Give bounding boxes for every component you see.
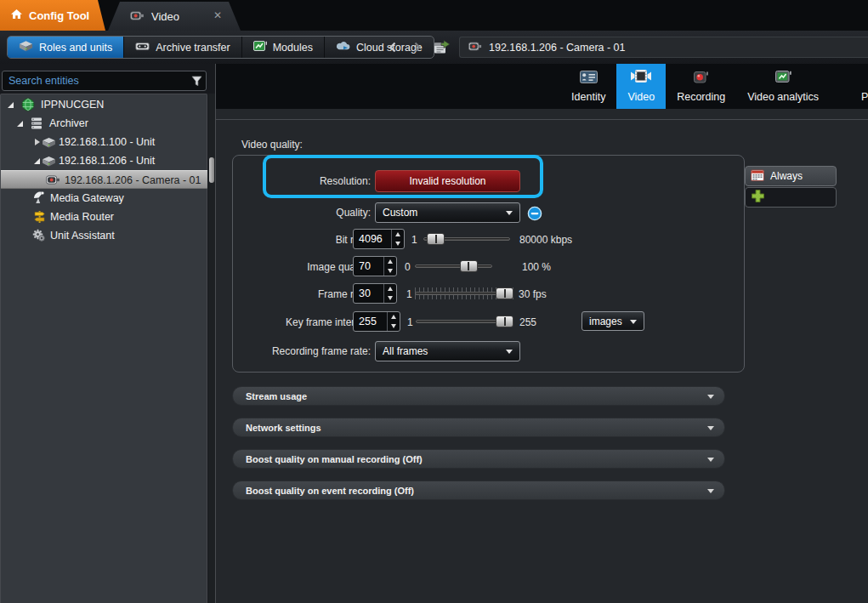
bit-rate-slider (423, 229, 510, 249)
quality-dropdown[interactable]: Custom (375, 202, 520, 223)
recording-frame-rate-dropdown[interactable]: All frames (375, 341, 520, 361)
camera-icon (130, 10, 145, 23)
chevron-down-icon (506, 350, 513, 354)
expand-open-icon[interactable] (8, 102, 14, 108)
schedule-always-item[interactable]: Always (745, 166, 837, 186)
spin-up-icon[interactable] (384, 257, 396, 266)
image-quality-max-label: 100 % (522, 261, 551, 273)
tree-item-unit-assistant[interactable]: Unit Assistant (2, 226, 207, 245)
roles-and-units-button[interactable]: Roles and units (8, 37, 124, 58)
frame-rate-input[interactable] (354, 284, 383, 303)
tree-scrollbar-thumb[interactable] (209, 157, 214, 183)
resolution-invalid-button[interactable]: Invalid resolution (375, 170, 520, 192)
image-quality-slider (415, 256, 492, 276)
calendar-icon (751, 169, 764, 184)
search-box (2, 71, 207, 91)
spin-up-icon[interactable] (392, 230, 404, 239)
move-unit-icon[interactable] (432, 39, 452, 54)
frame-rate-spinner (353, 283, 397, 304)
tree-item-media-router[interactable]: Media Router (2, 208, 207, 226)
chart-icon (253, 41, 267, 54)
camera-tab-strip: Identity Video Recording Video analytics (216, 64, 868, 109)
tab-partial-clipped[interactable]: P (861, 91, 868, 103)
bit-rate-max-label: 80000 kbps (519, 234, 572, 246)
spin-down-icon[interactable] (384, 293, 396, 303)
spin-up-icon[interactable] (388, 312, 400, 321)
archive-transfer-button[interactable]: Archive transfer (124, 37, 242, 58)
add-schedule-button[interactable] (745, 187, 837, 208)
tree-item-media-gateway[interactable]: Media Gateway (2, 189, 207, 208)
close-icon[interactable]: ✕ (213, 9, 222, 21)
forward-button[interactable] (409, 39, 426, 54)
modules-button[interactable]: Modules (242, 37, 325, 58)
schedule-always-label: Always (770, 170, 803, 182)
doc-tab-label: Video (151, 10, 179, 23)
section-boost-event-recording[interactable]: Boost quality on event recording (Off) (232, 481, 725, 500)
key-frame-spinner (353, 311, 400, 332)
title-bar: Config Tool Video ✕ (0, 0, 868, 31)
chevron-down-icon (630, 320, 637, 324)
tree-item-unit-206[interactable]: 192.168.1.206 - Unit (2, 151, 207, 170)
chevron-down-icon (707, 426, 714, 430)
tree-item-label: Media Router (50, 211, 114, 223)
spinner-arrows (383, 257, 396, 276)
app-tab-label: Config Tool (29, 9, 89, 22)
key-frame-unit-dropdown[interactable]: images (582, 311, 644, 331)
filter-funnel-icon[interactable] (187, 76, 206, 87)
breadcrumb[interactable]: 192.168.1.206 - Camera - 01 (459, 37, 868, 58)
entity-tree: IPPNUCGEN Archiver 192.168.1.100 - Unit (0, 94, 207, 603)
image-quality-label: Image quality: (216, 261, 371, 273)
spin-up-icon[interactable] (384, 284, 396, 293)
tab-video-analytics-label: Video analytics (747, 91, 819, 103)
cassette-icon (135, 42, 150, 54)
image-quality-input[interactable] (354, 257, 383, 276)
tab-separator-line (216, 119, 868, 120)
gears-icon (32, 229, 46, 245)
recording-frame-rate-label: Recording frame rate: (216, 345, 371, 357)
tab-video-analytics[interactable]: Video analytics (736, 64, 830, 109)
bit-rate-label: Bit rate: (216, 234, 371, 246)
slider-handle[interactable] (427, 233, 445, 245)
config-tool-home-tab[interactable]: Config Tool (0, 0, 105, 31)
frame-rate-min-label: 1 (406, 288, 412, 300)
database-stack-icon (31, 117, 43, 133)
key-frame-input[interactable] (354, 312, 387, 331)
archive-transfer-label: Archive transfer (156, 42, 230, 54)
expand-open-icon[interactable] (34, 158, 40, 164)
home-icon (10, 9, 23, 22)
unit-box-icon (19, 40, 33, 54)
back-button[interactable] (384, 39, 401, 54)
spin-down-icon[interactable] (388, 321, 400, 331)
main-panel: Identity Video Recording Video analytics (215, 64, 868, 603)
config-tool-window: Config Tool Video ✕ Roles and units Arch (0, 0, 868, 603)
section-stream-usage[interactable]: Stream usage (232, 386, 725, 406)
chevron-down-icon (707, 395, 714, 399)
expand-closed-icon[interactable] (35, 139, 40, 145)
slider-handle[interactable] (496, 316, 513, 327)
tab-video-selected[interactable]: Video (616, 64, 666, 109)
slider-handle[interactable] (496, 287, 513, 299)
section-boost-event-label: Boost quality on event recording (Off) (246, 486, 414, 496)
spin-down-icon[interactable] (384, 266, 396, 276)
bit-rate-input[interactable] (354, 230, 391, 248)
spin-down-icon[interactable] (392, 239, 404, 248)
section-network-settings[interactable]: Network settings (232, 418, 725, 437)
slider-track[interactable] (415, 265, 492, 268)
revert-minus-icon[interactable] (527, 206, 542, 224)
expand-open-icon[interactable] (17, 121, 23, 127)
tab-recording[interactable]: Recording (666, 64, 736, 109)
tab-identity-label: Identity (571, 91, 605, 103)
tree-item-archiver[interactable]: Archiver (2, 114, 207, 133)
bit-rate-min-label: 1 (411, 234, 417, 246)
tree-item-camera-selected[interactable]: 192.168.1.206 - Camera - 01 (1, 170, 207, 189)
section-boost-manual-recording[interactable]: Boost quality on manual recording (Off) (232, 449, 725, 469)
tree-scrollbar[interactable] (208, 94, 215, 603)
search-input[interactable] (3, 75, 187, 87)
slider-handle[interactable] (460, 260, 478, 272)
tree-item-label: Unit Assistant (50, 230, 115, 242)
tab-identity[interactable]: Identity (560, 64, 616, 109)
tree-item-system[interactable]: IPPNUCGEN (2, 95, 207, 114)
video-task-tab[interactable]: Video ✕ (108, 2, 241, 31)
identity-card-icon (580, 71, 598, 86)
tree-item-unit-100[interactable]: 192.168.1.100 - Unit (2, 133, 207, 151)
